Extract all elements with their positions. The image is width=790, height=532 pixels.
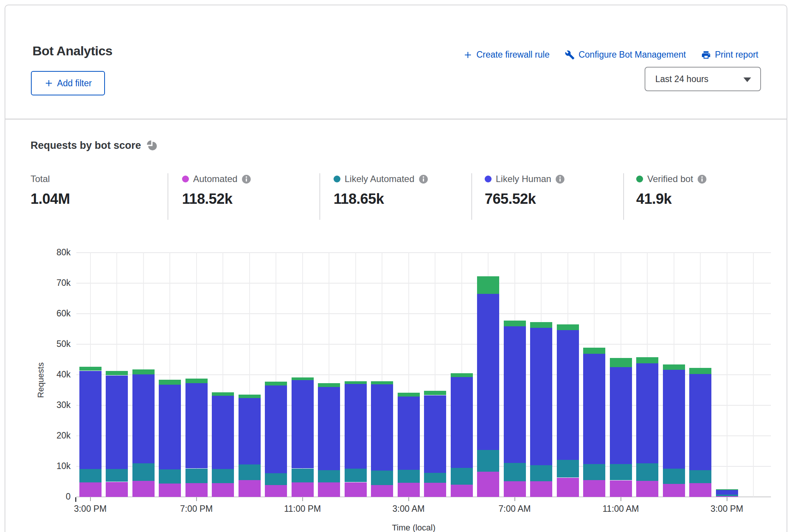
bar-segment-automated[interactable]: [292, 482, 314, 497]
bar-segment-automated[interactable]: [185, 483, 208, 497]
bar-segment-likely-automated[interactable]: [689, 470, 711, 483]
bar-segment-automated[interactable]: [716, 496, 738, 497]
bar-segment-likely-human[interactable]: [398, 397, 420, 470]
bar-segment-likely-human[interactable]: [530, 328, 552, 465]
bar-segment-likely-automated[interactable]: [185, 469, 208, 483]
bar-segment-likely-automated[interactable]: [424, 473, 446, 483]
bar-segment-likely-human[interactable]: [477, 294, 499, 450]
add-filter-button[interactable]: Add filter: [31, 71, 105, 95]
bar-segment-verified-bot[interactable]: [212, 392, 234, 396]
bar-segment-likely-automated[interactable]: [477, 450, 499, 472]
bar-segment-verified-bot[interactable]: [716, 489, 738, 490]
bar-segment-likely-automated[interactable]: [318, 470, 340, 482]
bar-segment-likely-automated[interactable]: [451, 468, 473, 485]
bar-segment-likely-human[interactable]: [557, 330, 579, 460]
bar-segment-likely-automated[interactable]: [610, 464, 632, 480]
bar-segment-likely-automated[interactable]: [159, 469, 181, 484]
bar-segment-automated[interactable]: [265, 485, 287, 497]
bar-segment-automated[interactable]: [159, 484, 181, 497]
bar-segment-verified-bot[interactable]: [132, 369, 155, 374]
bar-segment-likely-automated[interactable]: [398, 470, 420, 483]
bar-segment-likely-automated[interactable]: [239, 464, 261, 480]
bar-segment-likely-human[interactable]: [159, 385, 181, 469]
bar-segment-verified-bot[interactable]: [663, 364, 685, 370]
bar-segment-likely-automated[interactable]: [530, 465, 552, 481]
bar-segment-automated[interactable]: [106, 482, 128, 497]
bar-segment-likely-automated[interactable]: [292, 469, 314, 482]
bar-segment-automated[interactable]: [398, 483, 420, 497]
bar-segment-likely-automated[interactable]: [557, 460, 579, 477]
bar-segment-likely-human[interactable]: [292, 380, 314, 468]
bar-segment-automated[interactable]: [424, 483, 446, 497]
bar-segment-likely-automated[interactable]: [345, 469, 367, 482]
bar-segment-verified-bot[interactable]: [239, 395, 261, 398]
bar-segment-likely-automated[interactable]: [371, 471, 393, 485]
bar-segment-verified-bot[interactable]: [424, 391, 446, 395]
bar-segment-automated[interactable]: [504, 481, 526, 497]
bar-segment-verified-bot[interactable]: [557, 324, 579, 330]
bar-segment-verified-bot[interactable]: [477, 276, 499, 294]
bar-segment-verified-bot[interactable]: [292, 377, 314, 380]
bar-segment-likely-human[interactable]: [583, 354, 605, 464]
bar-segment-likely-automated[interactable]: [212, 469, 234, 483]
bar-segment-automated[interactable]: [689, 483, 711, 497]
bar-segment-verified-bot[interactable]: [583, 348, 605, 354]
bar-segment-verified-bot[interactable]: [504, 321, 526, 326]
bar-segment-likely-automated[interactable]: [265, 473, 287, 485]
bar-segment-automated[interactable]: [318, 482, 340, 497]
bar-segment-verified-bot[interactable]: [185, 379, 208, 383]
bar-segment-likely-human[interactable]: [265, 385, 287, 473]
bar-segment-likely-automated[interactable]: [716, 495, 738, 496]
bar-segment-likely-automated[interactable]: [132, 463, 155, 481]
bar-segment-likely-human[interactable]: [451, 377, 473, 468]
bar-segment-likely-human[interactable]: [79, 371, 102, 469]
info-icon[interactable]: [697, 174, 707, 184]
bar-segment-automated[interactable]: [530, 481, 552, 497]
bar-segment-verified-bot[interactable]: [159, 380, 181, 385]
bar-segment-likely-human[interactable]: [106, 376, 128, 469]
bar-segment-likely-human[interactable]: [318, 387, 340, 470]
bar-segment-likely-human[interactable]: [212, 395, 234, 469]
bar-segment-automated[interactable]: [451, 485, 473, 497]
bar-segment-likely-automated[interactable]: [106, 469, 128, 482]
bar-segment-verified-bot[interactable]: [79, 367, 102, 371]
bar-segment-automated[interactable]: [636, 481, 658, 497]
bar-segment-verified-bot[interactable]: [106, 371, 128, 375]
bar-segment-likely-human[interactable]: [185, 383, 208, 468]
bar-segment-automated[interactable]: [610, 480, 632, 497]
bar-segment-verified-bot[interactable]: [265, 382, 287, 385]
bar-segment-automated[interactable]: [663, 484, 685, 497]
bar-segment-verified-bot[interactable]: [451, 373, 473, 377]
info-icon[interactable]: [242, 174, 251, 184]
bar-segment-automated[interactable]: [212, 483, 234, 497]
bar-segment-likely-automated[interactable]: [583, 464, 605, 480]
bar-segment-likely-automated[interactable]: [79, 469, 102, 482]
header-action-print-report[interactable]: Print report: [701, 50, 758, 60]
bar-segment-likely-human[interactable]: [716, 490, 738, 495]
bar-segment-likely-human[interactable]: [239, 398, 261, 464]
bar-segment-automated[interactable]: [557, 478, 579, 497]
bar-segment-automated[interactable]: [371, 485, 393, 497]
bar-segment-verified-bot[interactable]: [398, 393, 420, 397]
bar-segment-verified-bot[interactable]: [689, 368, 711, 374]
bar-segment-verified-bot[interactable]: [345, 381, 367, 384]
bar-segment-verified-bot[interactable]: [318, 383, 340, 387]
info-icon[interactable]: [419, 174, 428, 184]
bar-segment-likely-human[interactable]: [504, 326, 526, 463]
bar-segment-automated[interactable]: [345, 482, 367, 497]
info-icon[interactable]: [555, 174, 565, 184]
bar-segment-verified-bot[interactable]: [610, 358, 632, 367]
bar-segment-verified-bot[interactable]: [371, 381, 393, 384]
bar-segment-automated[interactable]: [477, 472, 499, 497]
bar-segment-likely-human[interactable]: [689, 374, 711, 470]
bar-segment-likely-automated[interactable]: [636, 463, 658, 481]
bar-segment-automated[interactable]: [583, 480, 605, 497]
bar-segment-likely-human[interactable]: [610, 367, 632, 464]
header-action-configure-bot-management[interactable]: Configure Bot Management: [565, 50, 686, 60]
bar-segment-likely-human[interactable]: [663, 369, 685, 469]
bar-segment-likely-human[interactable]: [132, 374, 155, 463]
bar-segment-likely-human[interactable]: [424, 395, 446, 473]
bar-segment-likely-human[interactable]: [371, 384, 393, 471]
bar-segment-likely-human[interactable]: [636, 363, 658, 463]
time-range-select[interactable]: Last 24 hours: [645, 67, 761, 91]
